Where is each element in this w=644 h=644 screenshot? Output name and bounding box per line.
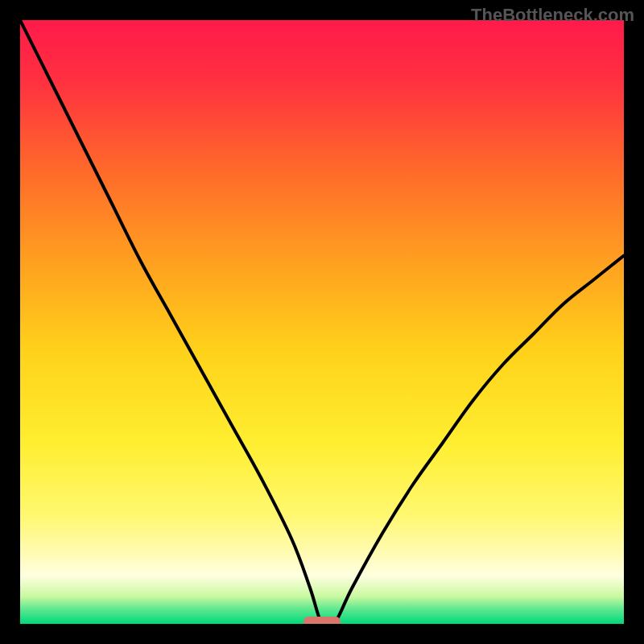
watermark-text: TheBottleneck.com: [471, 5, 634, 26]
gradient-background: [20, 20, 624, 624]
chart-svg: [20, 20, 624, 624]
chart-container: TheBottleneck.com: [0, 0, 644, 644]
optimal-marker: [303, 617, 341, 624]
plot-area: [20, 20, 624, 624]
